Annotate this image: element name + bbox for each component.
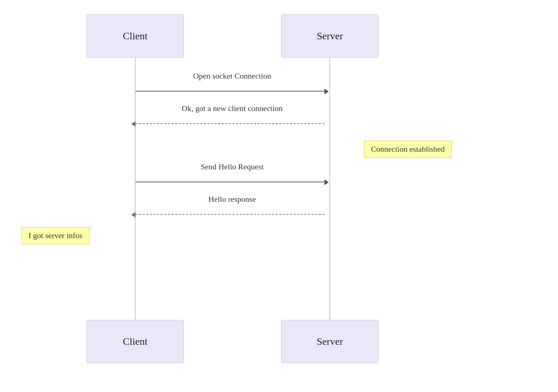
message-ok-label: Ok, got a new client connection (135, 104, 329, 113)
client-actor-bottom: Client (87, 320, 184, 363)
client-actor-top: Client (87, 14, 184, 58)
message-hello-response-line (136, 214, 324, 215)
message-open-socket-label: Open socket Connection (135, 71, 329, 81)
client-lifeline (135, 58, 136, 320)
message-ok-line (136, 123, 324, 124)
message-ok-arrow (131, 121, 136, 127)
note-connection-established: Connection established (364, 141, 452, 158)
message-hello-response-label: Hello response (135, 195, 329, 204)
server-actor-bottom: Server (281, 320, 378, 363)
message-open-socket-arrow (324, 89, 329, 94)
message-hello-request-line (136, 182, 324, 182)
server-lifeline (329, 58, 330, 320)
message-hello-request-arrow (324, 179, 329, 185)
message-hello-request-label: Send Hello Request (135, 162, 329, 172)
note-server-infos: I got server infos (22, 227, 89, 244)
message-hello-response-arrow (131, 212, 136, 218)
server-actor-top: Server (281, 14, 378, 58)
sequence-diagram: Client Server Open socket Connection Ok,… (0, 0, 558, 392)
message-open-socket-line (136, 91, 324, 92)
